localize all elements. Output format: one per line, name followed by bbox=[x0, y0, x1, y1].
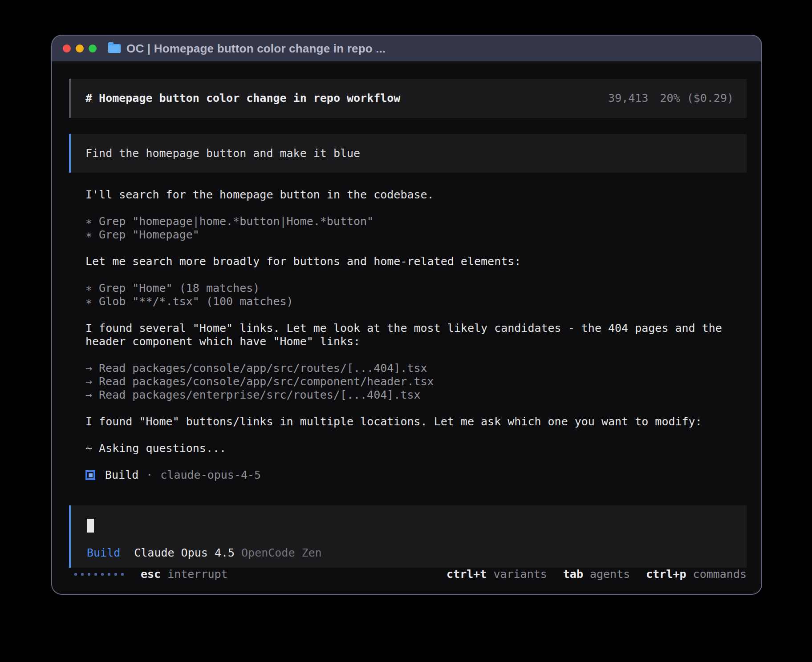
tool-call-text: Read packages/enterprise/src/routes/[...… bbox=[99, 388, 420, 401]
close-button[interactable] bbox=[63, 44, 71, 52]
terminal-window: OC | Homepage button color change in rep… bbox=[51, 35, 762, 595]
tool-call-group: →Read packages/console/app/src/routes/[.… bbox=[85, 362, 747, 402]
tool-call-grep: ∗Grep "homepage|home.*button|Home.*butto… bbox=[85, 215, 747, 228]
folder-icon bbox=[108, 44, 121, 53]
user-message-text: Find the homepage button and make it blu… bbox=[85, 147, 360, 160]
prompt-input[interactable]: Build Claude Opus 4.5 OpenCode Zen bbox=[69, 505, 747, 568]
tool-call-text: Read packages/console/app/src/component/… bbox=[99, 375, 434, 388]
arrow-right-icon: → bbox=[85, 362, 92, 375]
assistant-paragraph: I'll search for the homepage button in t… bbox=[85, 188, 747, 202]
session-metrics: 39,413 20% ($0.29) bbox=[608, 92, 734, 105]
shortcut-variants: ctrl+t variants bbox=[447, 568, 547, 581]
tool-call-group: ∗Grep "Home" (18 matches) ∗Glob "**/*.ts… bbox=[85, 282, 747, 308]
working-status: ~ Asking questions... bbox=[85, 442, 747, 455]
tool-call-text: Read packages/console/app/src/routes/[..… bbox=[99, 362, 427, 375]
arrow-right-icon: → bbox=[85, 375, 92, 388]
minimize-button[interactable] bbox=[76, 44, 84, 52]
traffic-lights bbox=[63, 44, 97, 52]
arrow-right-icon: → bbox=[85, 388, 92, 402]
tool-call-grep: ∗Grep "Home" (18 matches) bbox=[85, 282, 747, 295]
maximize-button[interactable] bbox=[89, 44, 97, 52]
assistant-paragraph: Let me search more broadly for buttons a… bbox=[85, 255, 747, 268]
assistant-paragraph: I found several "Home" links. Let me loo… bbox=[85, 322, 747, 348]
window-title: OC | Homepage button color change in rep… bbox=[126, 42, 386, 56]
tab-key-label: tab bbox=[563, 568, 583, 581]
asterisk-icon: ∗ bbox=[85, 295, 92, 308]
assistant-response: I'll search for the homepage button in t… bbox=[69, 188, 747, 495]
terminal-content: # Homepage button color change in repo w… bbox=[52, 61, 761, 594]
session-title: # Homepage button color change in repo w… bbox=[85, 92, 400, 105]
tool-call-text: Grep "Homepage" bbox=[99, 228, 199, 241]
shortcut-hints: ctrl+t variants tab agents ctrl+p comman… bbox=[447, 568, 747, 581]
token-count: 39,413 bbox=[608, 92, 648, 105]
tool-call-text: Grep "Home" (18 matches) bbox=[99, 282, 260, 295]
agent-name: Build bbox=[105, 468, 138, 482]
interrupt-hint: esc interrupt bbox=[69, 568, 228, 581]
tool-call-read: →Read packages/console/app/src/component… bbox=[85, 375, 747, 388]
variants-label: variants bbox=[493, 568, 547, 581]
model-id: claude-opus-4-5 bbox=[160, 468, 261, 482]
tool-call-group: ∗Grep "homepage|home.*button|Home.*butto… bbox=[85, 215, 747, 242]
provider-name: OpenCode Zen bbox=[241, 546, 322, 560]
session-header: # Homepage button color change in repo w… bbox=[69, 79, 747, 118]
agent-mode-label[interactable]: Build bbox=[87, 546, 120, 560]
user-message: Find the homepage button and make it blu… bbox=[69, 134, 747, 173]
status-bar: esc interrupt ctrl+t variants tab agents… bbox=[69, 568, 747, 587]
tool-call-grep: ∗Grep "Homepage" bbox=[85, 228, 747, 242]
desktop-background: OC | Homepage button color change in rep… bbox=[0, 0, 812, 662]
tool-call-text: Glob "**/*.tsx" (100 matches) bbox=[99, 295, 293, 308]
model-name: Claude Opus 4.5 bbox=[134, 546, 235, 560]
context-usage-cost: 20% ($0.29) bbox=[660, 92, 734, 105]
progress-dots bbox=[74, 573, 124, 576]
asterisk-icon: ∗ bbox=[85, 282, 92, 295]
asterisk-icon: ∗ bbox=[85, 215, 92, 228]
interrupt-label: interrupt bbox=[167, 568, 227, 581]
commands-label: commands bbox=[693, 568, 747, 581]
tool-call-text: Grep "homepage|home.*button|Home.*button… bbox=[99, 215, 374, 228]
tool-call-glob: ∗Glob "**/*.tsx" (100 matches) bbox=[85, 295, 747, 308]
separator-dot: · bbox=[146, 468, 153, 482]
agent-task-row: Build · claude-opus-4-5 bbox=[85, 468, 747, 482]
window-titlebar[interactable]: OC | Homepage button color change in rep… bbox=[52, 36, 761, 61]
tool-call-read: →Read packages/console/app/src/routes/[.… bbox=[85, 362, 747, 375]
ctrl-p-key-label: ctrl+p bbox=[646, 568, 686, 581]
shortcut-agents: tab agents bbox=[563, 568, 630, 581]
agents-label: agents bbox=[590, 568, 630, 581]
asterisk-icon: ∗ bbox=[85, 228, 92, 242]
build-status-icon bbox=[85, 470, 95, 480]
tool-call-read: →Read packages/enterprise/src/routes/[..… bbox=[85, 388, 747, 402]
input-meta-row: Build Claude Opus 4.5 OpenCode Zen bbox=[87, 546, 747, 560]
assistant-paragraph: I found "Home" buttons/links in multiple… bbox=[85, 415, 747, 428]
shortcut-commands: ctrl+p commands bbox=[646, 568, 747, 581]
esc-key-label: esc bbox=[141, 568, 161, 581]
ctrl-t-key-label: ctrl+t bbox=[447, 568, 487, 581]
text-cursor bbox=[87, 519, 94, 533]
